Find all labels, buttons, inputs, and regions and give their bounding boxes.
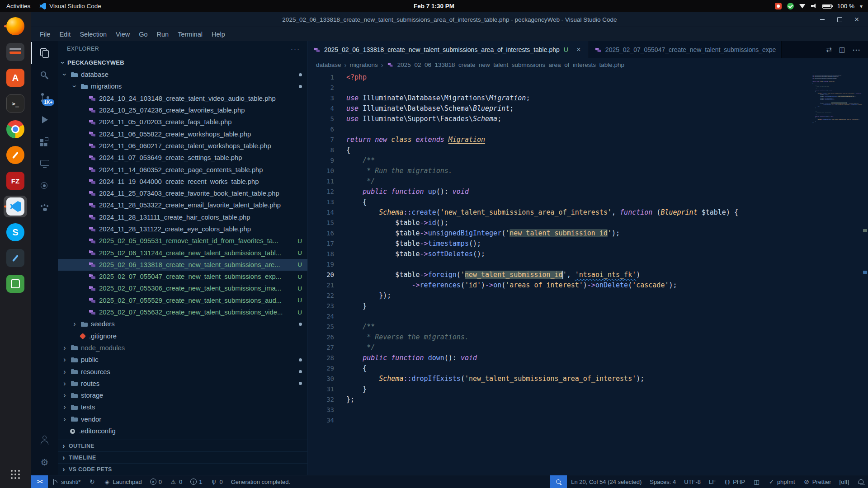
tree-item[interactable]: ›node_modules [58,342,307,354]
focused-app-menu[interactable]: Visual Studio Code [39,3,101,9]
status-branch[interactable]: srushti* [48,475,85,488]
editor[interactable]: 1<?php23use Illuminate\Database\Migratio… [308,71,868,475]
activity-remote-explorer[interactable] [31,153,58,175]
dock-ubuntu-software[interactable] [4,67,27,89]
tree-item[interactable]: 2024_11_28_131122_create_eye_colors_tabl… [58,223,307,235]
section-timeline[interactable]: ›TIMELINE [58,451,307,463]
dock-skype[interactable] [4,221,27,243]
activity-extensions[interactable] [31,131,58,153]
breadcrumb-item[interactable]: migrations [350,61,378,68]
menu-edit[interactable]: Edit [55,29,75,40]
menu-selection[interactable]: Selection [75,29,111,40]
dock-app-grid[interactable] [4,464,27,485]
tree-item[interactable]: ›migrations [58,80,307,92]
tab-inactive[interactable]: 2025_02_07_055047_create_new_talent_subm… [589,41,782,58]
tree-item[interactable]: ›public [58,354,307,366]
status-launchpad[interactable]: Launchpad [99,475,146,488]
status-warnings[interactable]: 0 [166,475,186,488]
minimap[interactable]: <?phpuse Illuminate\Database\Migrations\… [811,71,862,475]
status-errors[interactable]: 0 [146,475,166,488]
activity-explorer[interactable] [31,42,58,64]
menu-go[interactable]: Go [135,29,151,40]
menu-file[interactable]: File [36,29,54,40]
dock-firefox[interactable] [4,15,27,37]
dock-vscode[interactable] [4,196,27,217]
tree-item[interactable]: 2024_11_06_055822_create_workshops_table… [58,128,307,140]
status-info[interactable]: 1 [186,475,206,488]
tree-item[interactable]: 2025_02_07_055047_create_new_talent_subm… [58,271,307,282]
tree-item[interactable]: ›storage [58,389,307,401]
section-outline[interactable]: ›OUTLINE [58,440,307,451]
tree-item[interactable]: 2024_11_28_131111_create_hair_colors_tab… [58,211,307,223]
project-root[interactable]: › PECKAGENCYWEB [58,56,307,69]
menu-run[interactable]: Run [153,29,173,40]
system-tray[interactable]: 100 % [775,3,868,9]
breadcrumb-file[interactable]: 2025_02_06_133818_create_new_talent_subm… [397,61,624,68]
tree-item[interactable]: ›seeders [58,318,307,330]
dock-app-green[interactable] [4,273,27,295]
tree-item[interactable]: 2025_02_07_055632_create_new_talent_subm… [58,306,307,318]
status-sync[interactable] [85,475,99,488]
status-cursor-position[interactable]: Ln 20, Col 54 (24 selected) [567,475,646,488]
activity-settings[interactable] [31,451,58,473]
activity-source-control[interactable]: 1K+ [31,86,58,108]
status-pets-off[interactable]: [off] [835,475,853,488]
activity-search[interactable] [31,64,58,86]
status-encoding[interactable]: UTF-8 [680,475,705,488]
breadcrumb-item[interactable]: database [316,61,341,68]
tree-item[interactable]: 2024_11_25_073403_create_favorite_book_t… [58,188,307,199]
tree-item[interactable]: 2024_11_19_044000_create_recent_works_ta… [58,176,307,188]
activities-button[interactable]: Activities [6,3,30,9]
tab-active[interactable]: 2025_02_06_133818_create_new_talent_subm… [308,41,589,58]
activity-run-debug[interactable] [31,108,58,131]
menu-view[interactable]: View [112,29,134,40]
tree-item[interactable]: 2024_10_25_074236_create_favorites_table… [58,104,307,116]
status-eol[interactable]: LF [705,475,720,488]
tree-item[interactable]: 2024_11_14_060352_create_page_contents_t… [58,164,307,175]
activity-accounts[interactable] [31,429,58,451]
activity-live-share[interactable] [31,175,58,197]
section-vs-code-pets[interactable]: ›VS CODE PETS [58,463,307,475]
open-changes-icon[interactable] [826,46,832,54]
activity-pets[interactable] [31,197,58,219]
tree-item[interactable]: ›vendor [58,413,307,425]
minimize-button[interactable] [819,16,826,23]
tree-item[interactable]: 2025_02_05_095531_remove_talent_id_from_… [58,235,307,247]
status-prettier[interactable]: Prettier [799,475,835,488]
status-remote[interactable] [31,475,48,488]
status-message[interactable]: Generation completed. [227,475,295,488]
dock-utilities[interactable] [4,144,27,166]
tree-item[interactable]: 2025_02_06_131244_create_new_talent_subm… [58,247,307,258]
more-actions-icon[interactable] [853,46,861,54]
menu-help[interactable]: Help [208,29,229,40]
clock[interactable]: Feb 7 1:30 PM [414,3,454,9]
status-indentation[interactable]: Spaces: 4 [646,475,680,488]
tree-item[interactable]: .editorconfig [58,425,307,437]
tree-item[interactable]: 2024_10_24_103148_create_talent_video_au… [58,93,307,104]
tree-item[interactable]: ›routes [58,378,307,389]
tree-item[interactable]: 2025_02_07_055306_create_new_talent_subm… [58,282,307,294]
status-search[interactable] [550,475,567,488]
close-button[interactable] [854,16,860,23]
explorer-actions-icon[interactable]: ··· [291,45,300,53]
tree-item[interactable]: ›database [58,69,307,80]
dock-files-app[interactable] [4,41,27,63]
dock-chrome[interactable] [4,118,27,140]
tree-item[interactable]: ›resources [58,366,307,377]
dock-notes[interactable] [4,247,27,269]
tree-item[interactable]: 2024_11_05_070203_create_faqs_table.php [58,116,307,128]
tree-item[interactable]: 2024_11_06_060217_create_talent_workshop… [58,140,307,152]
status-ports[interactable]: 0 [206,475,226,488]
status-phpfmt[interactable]: phpfmt [764,475,799,488]
status-language[interactable]: PHP [720,475,749,488]
tree-item[interactable]: 2025_02_06_133818_create_new_talent_subm… [58,259,307,271]
tree-item[interactable]: 2024_11_07_053649_create_settings_table.… [58,152,307,164]
status-layout[interactable] [749,475,764,488]
tree-item[interactable]: .gitignore [58,330,307,342]
tree-item[interactable]: 2024_11_28_053322_create_email_favorite_… [58,199,307,211]
status-notifications[interactable] [853,475,868,488]
tree-item[interactable]: 2025_02_07_055529_create_new_talent_subm… [58,295,307,306]
close-tab-icon[interactable]: × [574,45,583,54]
dock-terminal[interactable] [4,93,27,114]
menu-terminal[interactable]: Terminal [174,29,207,40]
